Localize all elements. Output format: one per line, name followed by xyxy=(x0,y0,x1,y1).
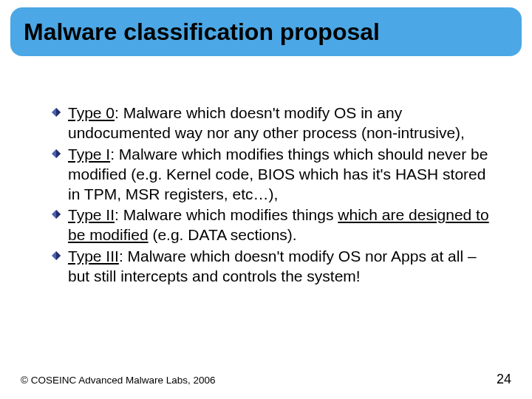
bullet-icon xyxy=(52,247,68,260)
list-item: Type 0: Malware which doesn't modify OS … xyxy=(52,103,495,143)
list-item-text: Type III: Malware which doesn't modify O… xyxy=(68,247,495,287)
bullet-icon xyxy=(52,103,68,117)
item-body-pre: : Malware which modifies things xyxy=(115,206,338,223)
item-body-post: (e.g. DATA sections). xyxy=(149,226,297,243)
slide-title: Malware classification proposal xyxy=(24,18,380,46)
slide-title-bar: Malware classification proposal xyxy=(10,7,522,56)
item-label: Type III xyxy=(68,248,119,265)
list-item: Type I: Malware which modifies things wh… xyxy=(52,145,495,205)
item-label: Type I xyxy=(68,146,110,163)
list-item-text: Type I: Malware which modifies things wh… xyxy=(68,145,495,205)
copyright-text: © COSEINC Advanced Malware Labs, 2006 xyxy=(21,375,216,386)
slide-body: Type 0: Malware which doesn't modify OS … xyxy=(52,103,495,288)
slide-footer: © COSEINC Advanced Malware Labs, 2006 24 xyxy=(21,372,511,387)
item-body: : Malware which modifies things which sh… xyxy=(68,146,488,202)
page-number: 24 xyxy=(497,372,511,387)
list-item: Type III: Malware which doesn't modify O… xyxy=(52,247,495,287)
list-item-text: Type 0: Malware which doesn't modify OS … xyxy=(68,103,495,143)
list-item-text: Type II: Malware which modifies things w… xyxy=(68,205,495,245)
bullet-icon xyxy=(52,205,68,219)
bullet-icon xyxy=(52,145,68,158)
list-item: Type II: Malware which modifies things w… xyxy=(52,205,495,245)
item-label: Type 0 xyxy=(68,104,115,121)
item-label: Type II xyxy=(68,206,115,223)
item-body: : Malware which doesn't modify OS in any… xyxy=(68,104,465,141)
item-body: : Malware which doesn't modify OS nor Ap… xyxy=(68,248,477,284)
